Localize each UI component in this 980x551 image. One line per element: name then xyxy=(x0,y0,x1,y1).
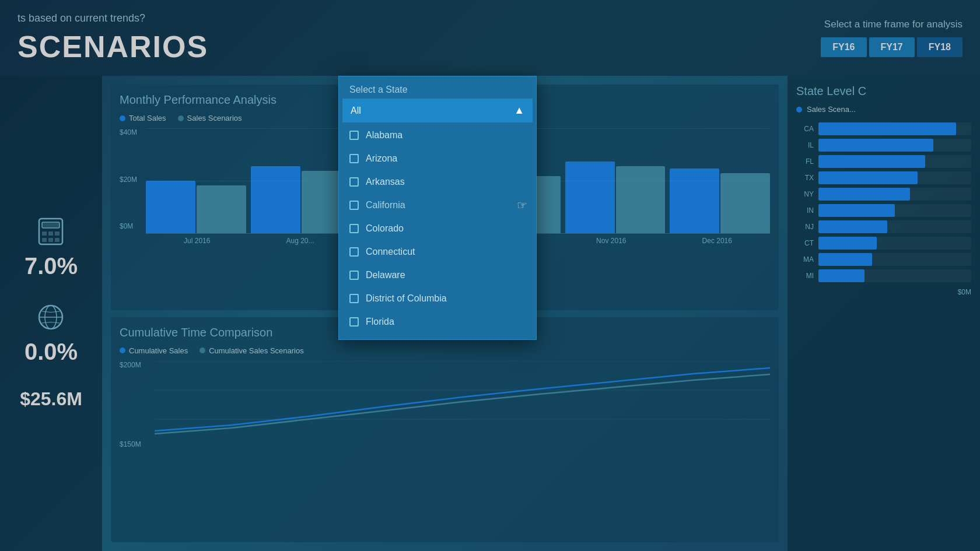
dropdown-header-label: Select a State xyxy=(339,76,536,99)
checkbox-arkansas[interactable] xyxy=(349,177,359,187)
dropdown-label-florida: Florida xyxy=(366,317,394,327)
dropdown-label-connecticut: Connecticut xyxy=(366,247,415,257)
dropdown-item-arizona[interactable]: Arizona xyxy=(339,147,536,170)
cursor-hand-icon: ☞ xyxy=(517,198,527,212)
checkbox-florida[interactable] xyxy=(349,317,359,327)
checkbox-delaware[interactable] xyxy=(349,271,359,280)
dropdown-item-arkansas[interactable]: Arkansas xyxy=(339,170,536,194)
dropdown-label-alabama: Alabama xyxy=(366,130,402,141)
checkbox-arizona[interactable] xyxy=(349,154,359,163)
dropdown-select-bar[interactable]: All ▲ xyxy=(342,99,533,122)
dropdown-list[interactable]: Alabama Arizona Arkansas California ☞ Co… xyxy=(339,124,536,339)
chevron-up-icon: ▲ xyxy=(514,104,524,117)
dropdown-label-dc: District of Columbia xyxy=(366,293,447,304)
dropdown-label-arizona: Arizona xyxy=(366,153,397,164)
checkbox-dc[interactable] xyxy=(349,294,359,303)
dropdown-label-delaware: Delaware xyxy=(366,270,405,280)
checkbox-alabama[interactable] xyxy=(349,131,359,140)
dropdown-label-california: California xyxy=(366,200,405,210)
checkbox-california[interactable] xyxy=(349,201,359,210)
dropdown-selected-value: All xyxy=(351,106,361,116)
dropdown-item-georgia[interactable]: Georgia xyxy=(339,334,536,339)
dropdown-item-delaware[interactable]: Delaware xyxy=(339,264,536,287)
dropdown-item-connecticut[interactable]: Connecticut xyxy=(339,240,536,264)
dropdown-item-california[interactable]: California ☞ xyxy=(339,194,536,217)
dropdown-item-dc[interactable]: District of Columbia xyxy=(339,287,536,310)
dropdown-label-arkansas: Arkansas xyxy=(366,177,405,187)
dropdown-item-colorado[interactable]: Colorado xyxy=(339,217,536,240)
checkbox-connecticut[interactable] xyxy=(349,247,359,257)
dropdown-item-alabama[interactable]: Alabama xyxy=(339,124,536,147)
dropdown-item-florida[interactable]: Florida xyxy=(339,310,536,334)
dropdown-label-colorado: Colorado xyxy=(366,223,404,234)
state-dropdown: Select a State All ▲ Alabama Arizona Ark… xyxy=(338,76,537,340)
checkbox-colorado[interactable] xyxy=(349,224,359,233)
